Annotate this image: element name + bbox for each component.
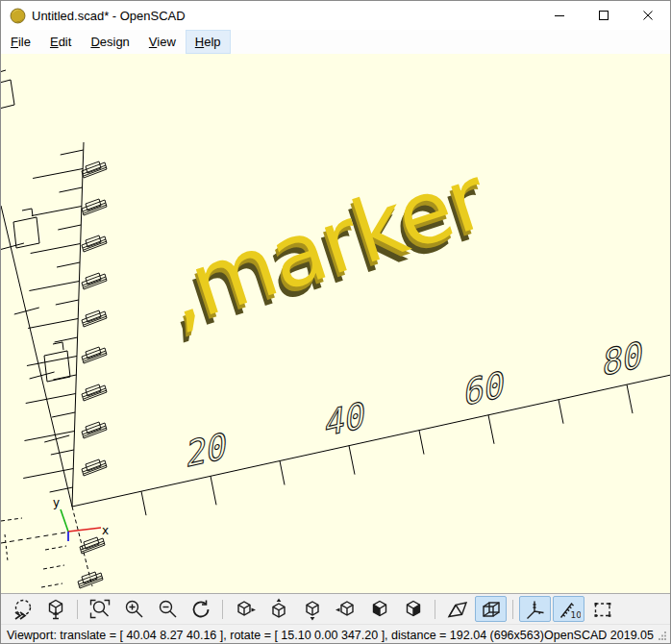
toolbar-separator: [512, 600, 513, 619]
zoom-all-button[interactable]: [84, 596, 115, 622]
scale-10-label: 10: [570, 610, 581, 620]
show-axes-icon: [524, 598, 547, 621]
view-left-icon: [335, 598, 358, 621]
animate-icon: [11, 598, 34, 621]
toolbar-separator: [435, 600, 435, 619]
resize-grip[interactable]: [658, 631, 667, 640]
openscad-logo-icon: [10, 8, 26, 24]
animate-button[interactable]: [6, 596, 37, 622]
reset-view-button[interactable]: [185, 596, 216, 622]
show-axes-button[interactable]: [519, 596, 551, 622]
x-label-60: 60: [462, 363, 507, 415]
close-button[interactable]: [626, 1, 670, 30]
show-edges-button[interactable]: [586, 596, 618, 622]
version-text: OpenSCAD 2019.05: [544, 629, 654, 642]
3d-viewport[interactable]: 20 40 60 80 y x ,marker ,marker ,marker: [1, 54, 670, 593]
menu-design[interactable]: Design: [81, 30, 138, 54]
x-label-40: 40: [323, 394, 367, 446]
view-toolbar: 10: [1, 593, 670, 624]
view-all-button[interactable]: [39, 596, 71, 622]
zoom-in-button[interactable]: [117, 596, 149, 622]
x-label-20: 20: [185, 425, 229, 477]
origin-y-label: y: [53, 496, 60, 509]
perspective-icon: [446, 598, 469, 621]
origin-x-label: x: [102, 524, 109, 537]
y-axis-labels: [1, 70, 70, 382]
view-back-button[interactable]: [397, 596, 429, 622]
view-right-icon: [234, 598, 257, 621]
perspective-button[interactable]: [441, 596, 473, 622]
view-back-icon: [402, 598, 425, 621]
titlebar[interactable]: Untitled.scad* - OpenSCAD: [1, 1, 670, 30]
view-right-button[interactable]: [229, 596, 261, 622]
reset-view-icon: [189, 598, 212, 621]
statusbar: Viewport: translate = [ 40.04 8.27 40.16…: [1, 624, 670, 644]
view-front-icon: [368, 598, 391, 621]
toolbar-separator: [77, 600, 78, 619]
view-left-button[interactable]: [330, 596, 361, 622]
maximize-icon: [598, 10, 609, 21]
marker-object: ,marker ,marker ,marker: [146, 146, 501, 355]
zoom-all-icon: [88, 598, 112, 621]
menu-help[interactable]: Help: [186, 30, 231, 54]
orthogonal-button[interactable]: [475, 596, 507, 622]
zoom-out-button[interactable]: [151, 596, 183, 622]
toolbar-separator: [222, 600, 223, 619]
view-all-icon: [44, 598, 67, 621]
window-controls: [537, 1, 670, 30]
viewport-status-text: Viewport: translate = [ 40.04 8.27 40.16…: [7, 629, 544, 642]
menu-edit[interactable]: Edit: [40, 30, 81, 54]
minimize-icon: [554, 10, 565, 21]
marker-object-face: ,marker: [153, 146, 498, 344]
y-axis: [1, 206, 72, 507]
minimize-button[interactable]: [537, 1, 582, 30]
view-front-button[interactable]: [363, 596, 395, 622]
maximize-button[interactable]: [582, 1, 626, 30]
show-edges-icon: [591, 598, 614, 621]
menubar: File Edit Design View Help: [1, 30, 670, 54]
x-axis-tick-labels: 20 40 60 80: [185, 334, 645, 477]
window-title: Untitled.scad* - OpenSCAD: [32, 9, 186, 23]
menu-view[interactable]: View: [139, 30, 186, 54]
view-bottom-icon: [301, 598, 324, 621]
x-axis-indicator: [68, 528, 101, 532]
zoom-in-icon: [122, 598, 145, 621]
orthogonal-icon: [480, 598, 503, 621]
x-label-80: 80: [601, 334, 645, 385]
y-axis-indicator: [61, 509, 68, 532]
view-top-icon: [267, 598, 290, 621]
view-top-button[interactable]: [262, 596, 294, 622]
zoom-out-icon: [156, 598, 179, 621]
menu-file[interactable]: File: [1, 30, 40, 54]
view-bottom-button[interactable]: [296, 596, 328, 622]
openscad-window: Untitled.scad* - OpenSCAD File Edit Desi…: [0, 0, 671, 644]
viewport-scene: 20 40 60 80 y x ,marker ,marker ,marker: [1, 54, 670, 593]
negative-axis-ticks: [41, 546, 66, 587]
show-scale-markers-icon: 10: [558, 598, 581, 621]
show-scale-markers-button[interactable]: 10: [553, 596, 584, 622]
close-icon: [642, 10, 654, 21]
origin-indicator: y x: [53, 496, 109, 541]
